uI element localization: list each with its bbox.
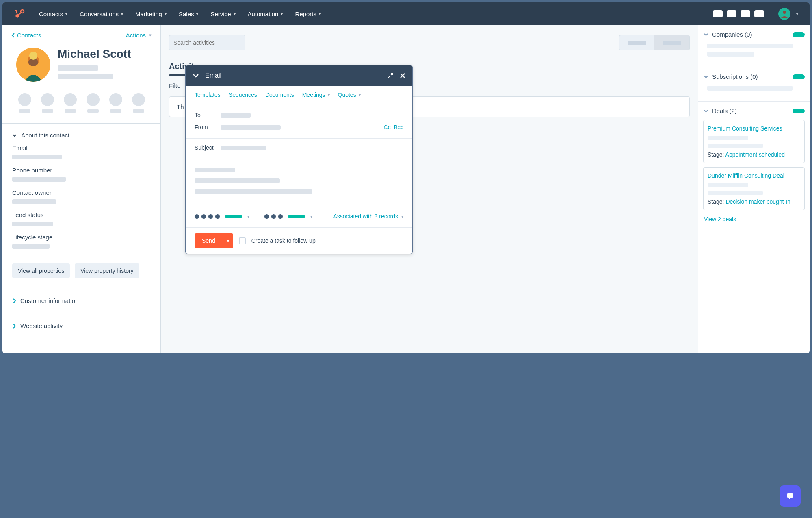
website-activity-section[interactable]: Website activity [2,313,160,338]
contact-action-5[interactable] [109,93,122,113]
chevron-left-icon [11,33,15,38]
activity-search[interactable] [169,35,245,50]
view-all-properties-button[interactable]: View all properties [12,263,70,278]
deal-card[interactable]: Premium Consulting Services Stage: Appoi… [703,120,805,163]
nav-pill-3[interactable] [741,10,750,17]
companies-section: Companies (0) [698,25,810,67]
nav-pill-2[interactable] [727,10,736,17]
cc-link[interactable]: Cc [384,124,391,131]
about-contact-header[interactable]: About this contact [2,124,160,144]
toolbar-group-1[interactable] [195,214,220,219]
from-field[interactable]: From Cc Bcc [195,121,403,133]
chevron-down-icon[interactable]: ▾ [247,214,249,219]
toolbar-pill-2[interactable] [288,215,305,218]
nav-divider [771,8,771,20]
deal-title[interactable]: Premium Consulting Services [708,125,800,132]
search-input[interactable] [173,39,245,46]
nav-pill-1[interactable] [713,10,723,17]
companies-title[interactable]: Companies (0) [712,31,789,38]
tab-quotes[interactable]: Quotes▾ [338,91,361,98]
collapse-icon[interactable] [192,72,199,79]
contact-actions [2,91,160,123]
tab-documents[interactable]: Documents [265,91,294,98]
toggle-option-1[interactable] [619,35,654,50]
contact-fields: Email Phone number Contact owner Lead st… [2,144,160,263]
nav-items: Contacts▾ Conversations▾ Marketing▾ Sale… [39,11,713,17]
deal-stage: Stage: Decision maker bought-In [708,198,800,205]
to-field[interactable]: To [195,109,403,121]
customer-information-section[interactable]: Customer information [2,288,160,313]
close-icon[interactable] [399,72,406,79]
hubspot-logo-icon[interactable] [14,8,25,20]
placeholder [12,155,62,159]
toolbar-pill-1[interactable] [225,215,242,218]
center-panel: Activity Filte Th Email [161,25,698,353]
chevron-down-icon[interactable] [703,108,709,114]
svg-point-5 [783,11,786,14]
actions-menu[interactable]: Actions▾ [126,32,152,39]
right-sidebar: Companies (0) Subscriptions (0) Deals (2… [698,25,810,353]
chevron-down-icon[interactable]: ▾ [310,214,312,219]
placeholder [707,44,793,48]
email-insert-tabs: Templates Sequences Documents Meetings▾ … [186,86,412,104]
email-body[interactable] [186,157,412,208]
nav-service[interactable]: Service▾ [210,11,235,17]
lead-field-label: Lead status [12,211,151,218]
placeholder [221,113,251,118]
svg-point-9 [29,52,37,60]
deals-title[interactable]: Deals (2) [712,107,789,114]
deals-section: Deals (2) Premium Consulting Services St… [698,102,810,230]
subscriptions-title[interactable]: Subscriptions (0) [712,73,789,80]
badge [793,109,805,113]
toggle-option-2[interactable] [654,35,689,50]
main-layout: Contacts Actions▾ Michael Scott [2,25,810,353]
contact-action-6[interactable] [132,93,145,113]
contact-header: Michael Scott [2,40,160,91]
user-avatar[interactable] [778,8,790,20]
nav-automation[interactable]: Automation▾ [248,11,283,17]
send-dropdown[interactable]: ▾ [223,233,233,248]
bcc-link[interactable]: Bcc [394,124,403,131]
nav-marketing[interactable]: Marketing▾ [135,11,167,17]
toolbar-group-2[interactable] [264,214,283,219]
left-sidebar: Contacts Actions▾ Michael Scott [2,25,161,353]
contact-action-2[interactable] [41,93,54,113]
tab-sequences[interactable]: Sequences [229,91,257,98]
follow-up-checkbox[interactable] [239,237,246,244]
nav-contacts[interactable]: Contacts▾ [39,11,67,17]
expand-icon[interactable] [387,72,394,79]
placeholder [12,222,53,226]
tab-meetings[interactable]: Meetings▾ [302,91,330,98]
email-compose-modal: Email Templates Sequences Documents Meet… [185,65,413,254]
nav-sales[interactable]: Sales▾ [179,11,199,17]
subject-field[interactable]: Subject [186,139,412,157]
svg-line-2 [18,13,21,15]
deal-card[interactable]: Dunder Mifflin Consulting Deal Stage: De… [703,167,805,210]
deal-title[interactable]: Dunder Mifflin Consulting Deal [708,172,800,179]
placeholder [708,183,748,187]
badge [793,74,805,79]
phone-field-label: Phone number [12,167,151,174]
placeholder [195,178,280,183]
placeholder [707,52,754,57]
chevron-down-icon[interactable] [703,32,709,37]
placeholder [707,86,793,91]
associated-records[interactable]: Associated with 3 records▾ [333,213,403,220]
chevron-down-icon[interactable] [703,74,709,80]
placeholder [708,144,763,148]
chevron-down-icon[interactable]: ▾ [796,12,798,16]
nav-pill-4[interactable] [754,10,764,17]
placeholder [221,146,266,150]
tab-templates[interactable]: Templates [195,91,221,98]
contact-action-3[interactable] [64,93,77,113]
nav-reports[interactable]: Reports▾ [295,11,321,17]
placeholder [58,65,98,71]
nav-conversations[interactable]: Conversations▾ [80,11,123,17]
view-property-history-button[interactable]: View property history [75,263,139,278]
contact-action-4[interactable] [87,93,100,113]
view-deals-link[interactable]: View 2 deals [703,214,805,222]
back-to-contacts[interactable]: Contacts [11,32,41,39]
contact-action-1[interactable] [18,93,31,113]
view-toggle[interactable] [619,35,690,50]
send-button[interactable]: Send [195,233,223,248]
